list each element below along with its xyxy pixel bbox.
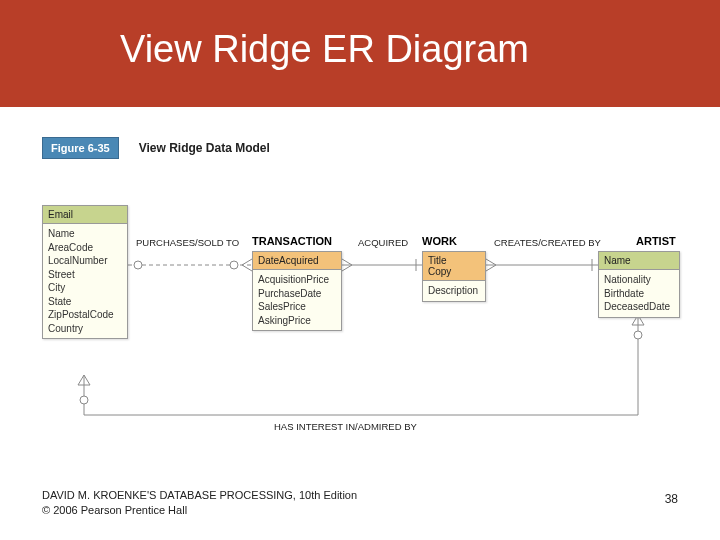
er-diagram: CUSTOMER Email Name AreaCode LocalNumber…	[42, 205, 682, 445]
entity-title-transaction: TRANSACTION	[252, 235, 332, 247]
entity-customer: Email Name AreaCode LocalNumber Street C…	[42, 205, 128, 339]
footer: DAVID M. KROENKE'S DATABASE PROCESSING, …	[42, 488, 357, 518]
svg-line-15	[78, 375, 84, 385]
entity-title-artist: ARTIST	[636, 235, 676, 247]
customer-attr: City	[48, 281, 122, 295]
figure-badge: Figure 6-35	[42, 137, 119, 159]
customer-attr: LocalNumber	[48, 254, 122, 268]
work-keys: Title Copy	[423, 252, 485, 281]
entity-transaction: DateAcquired AcquisitionPrice PurchaseDa…	[252, 251, 342, 331]
transaction-attr: PurchaseDate	[258, 287, 336, 301]
work-key: Copy	[428, 266, 480, 277]
work-key: Title	[428, 255, 480, 266]
svg-line-6	[342, 259, 352, 265]
rel-purchases: PURCHASES/SOLD TO	[136, 237, 239, 248]
svg-line-7	[342, 265, 352, 271]
rel-interest: HAS INTEREST IN/ADMIRED BY	[274, 421, 417, 432]
transaction-attr: SalesPrice	[258, 300, 336, 314]
svg-line-11	[486, 265, 496, 271]
footer-line2: © 2006 Pearson Prentice Hall	[42, 503, 357, 518]
page-number: 38	[665, 492, 678, 506]
rel-acquired: ACQUIRED	[358, 237, 408, 248]
entity-artist: Name Nationality Birthdate DeceasedDate	[598, 251, 680, 318]
svg-point-20	[634, 331, 642, 339]
customer-attr: ZipPostalCode	[48, 308, 122, 322]
transaction-attr: AcquisitionPrice	[258, 273, 336, 287]
rel-creates: CREATES/CREATED BY	[494, 237, 601, 248]
transaction-key: DateAcquired	[253, 252, 341, 270]
svg-line-10	[486, 259, 496, 265]
customer-attr: Country	[48, 322, 122, 336]
customer-attr: Name	[48, 227, 122, 241]
footer-line1: DAVID M. KROENKE'S DATABASE PROCESSING, …	[42, 488, 357, 503]
svg-point-17	[80, 396, 88, 404]
artist-attr: Nationality	[604, 273, 674, 287]
work-attr: Description	[428, 284, 480, 298]
svg-line-2	[242, 259, 252, 265]
svg-line-3	[242, 265, 252, 271]
slide-title: View Ridge ER Diagram	[0, 0, 720, 107]
figure-caption: View Ridge Data Model	[139, 141, 270, 155]
transaction-attr: AskingPrice	[258, 314, 336, 328]
artist-attr: Birthdate	[604, 287, 674, 301]
artist-key: Name	[599, 252, 679, 270]
customer-attr: Street	[48, 268, 122, 282]
customer-key: Email	[43, 206, 127, 224]
artist-attr: DeceasedDate	[604, 300, 674, 314]
entity-title-work: WORK	[422, 235, 457, 247]
svg-point-1	[134, 261, 142, 269]
entity-work: Title Copy Description	[422, 251, 486, 302]
svg-point-4	[230, 261, 238, 269]
customer-attr: State	[48, 295, 122, 309]
svg-line-16	[84, 375, 90, 385]
customer-attr: AreaCode	[48, 241, 122, 255]
figure-header: Figure 6-35 View Ridge Data Model	[42, 137, 720, 159]
